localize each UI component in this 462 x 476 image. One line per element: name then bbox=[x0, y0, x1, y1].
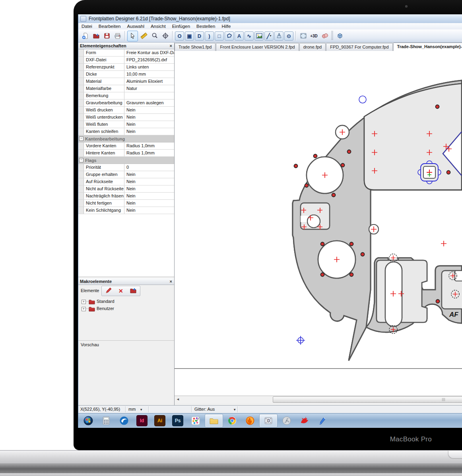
drawing-canvas[interactable]: AF bbox=[175, 51, 462, 396]
view3d-tool-icon[interactable]: +3D bbox=[309, 31, 319, 41]
taskbar-illustrator-icon[interactable]: Ai bbox=[151, 414, 169, 427]
property-value[interactable]: Nein bbox=[124, 193, 174, 199]
taskbar-dragon-icon[interactable] bbox=[296, 414, 313, 427]
tab-FPD_90367 For Computer.fpd[interactable]: FPD_90367 For Computer.fpd bbox=[326, 43, 392, 51]
property-row: DXF-DateiFPD_2162695(2).dxf bbox=[78, 57, 174, 64]
taskbar-color-palette-icon[interactable] bbox=[187, 414, 204, 427]
property-value[interactable]: Aluminium Eloxiert bbox=[124, 78, 174, 85]
property-label: Nicht auf Rückseite bbox=[84, 185, 124, 192]
tab-Front Enclosure Laser VERSION 2.fpd[interactable]: Front Enclosure Laser VERSION 2.fpd bbox=[216, 43, 299, 51]
macbook-deck-front bbox=[0, 463, 462, 473]
taskbar-frontplatten-designer-icon[interactable]: D bbox=[259, 414, 278, 427]
collapse-icon[interactable]: − bbox=[79, 158, 83, 162]
scrollbar-thumb[interactable] bbox=[273, 396, 462, 403]
tab-Trade Show1.fpd[interactable]: Trade Show1.fpd bbox=[175, 43, 215, 51]
edit-pencil-icon[interactable] bbox=[105, 287, 112, 295]
property-value[interactable]: Nein bbox=[124, 185, 174, 192]
collapse-icon[interactable]: − bbox=[79, 137, 83, 141]
rect-tool-icon[interactable]: ▣ bbox=[185, 31, 194, 41]
taskbar-pen-icon[interactable] bbox=[314, 414, 331, 427]
property-value[interactable]: Nein bbox=[124, 178, 174, 185]
save-file-icon[interactable] bbox=[102, 31, 112, 41]
add-folder-icon[interactable] bbox=[130, 287, 137, 295]
property-value[interactable]: Nein bbox=[124, 171, 174, 178]
property-value[interactable]: Gravuren auslegen bbox=[124, 99, 174, 106]
property-value[interactable]: Nein bbox=[124, 200, 174, 207]
scroll-left-icon[interactable]: ◄ bbox=[175, 396, 181, 402]
horizontal-scrollbar[interactable]: ◄ bbox=[175, 396, 462, 403]
taskbar-start-icon[interactable] bbox=[80, 414, 97, 427]
menu-item-bearbeiten[interactable]: Bearbeiten bbox=[95, 23, 124, 29]
arc-tool-icon[interactable]: ) bbox=[205, 31, 214, 41]
expand-icon[interactable]: + bbox=[82, 307, 86, 311]
taskbar-calculator-icon[interactable] bbox=[97, 414, 115, 427]
ruler-tool-icon[interactable] bbox=[139, 31, 149, 41]
new-file-icon[interactable] bbox=[80, 31, 90, 41]
polygon-tool-icon[interactable] bbox=[225, 31, 234, 41]
menu-item-einfügen[interactable]: Einfügen bbox=[169, 23, 193, 29]
expand-icon[interactable]: + bbox=[82, 300, 86, 304]
open-file-icon[interactable] bbox=[91, 31, 101, 41]
taskbar-photoshop-icon[interactable]: Ps bbox=[169, 414, 186, 427]
properties-panel-header: Elementeigenschaften × bbox=[78, 43, 174, 49]
cube3d-tool-icon[interactable] bbox=[335, 31, 345, 41]
property-section-Flags[interactable]: −Flags bbox=[78, 157, 174, 164]
property-section-Kantenbearbeitung[interactable]: −Kantenbearbeitung bbox=[78, 135, 174, 142]
text-tool-icon[interactable]: A bbox=[235, 31, 244, 41]
menu-item-ansicht[interactable]: Ansicht bbox=[148, 23, 169, 29]
close-icon[interactable]: × bbox=[170, 43, 172, 49]
property-value[interactable]: FPD_2162695(2).dxf bbox=[124, 57, 174, 63]
property-value[interactable]: Nein bbox=[124, 128, 174, 135]
menu-bar: DateiBearbeitenAuswahlAnsichtEinfügenBes… bbox=[78, 23, 462, 29]
property-value[interactable]: Freie Kontur aus DXF-Dat bbox=[124, 49, 174, 56]
property-value[interactable]: Natur bbox=[124, 85, 174, 92]
dshape-tool-icon[interactable]: D bbox=[195, 31, 204, 41]
tree-item-standard[interactable]: +Standard bbox=[78, 298, 174, 305]
taskbar-thunderbird-icon[interactable] bbox=[115, 414, 133, 427]
line-tool-icon[interactable]: ╱▾ bbox=[264, 31, 274, 41]
property-value[interactable]: 0 bbox=[124, 164, 174, 171]
property-value[interactable]: Links unten bbox=[124, 64, 174, 70]
price-tool-icon[interactable] bbox=[320, 31, 330, 41]
print-icon[interactable] bbox=[113, 31, 122, 41]
row-gutter bbox=[78, 150, 84, 156]
tab-drone.fpd[interactable]: drone.fpd bbox=[299, 43, 326, 51]
menu-item-hilfe[interactable]: Hilfe bbox=[218, 23, 234, 29]
window-titlebar[interactable]: Frontplatten Designer 6.21d [Trade-Show_… bbox=[78, 14, 462, 23]
delete-x-icon[interactable]: ✕ bbox=[118, 288, 123, 294]
select-tool-icon[interactable] bbox=[127, 31, 138, 41]
property-value[interactable]: Nein bbox=[124, 114, 174, 121]
spline-tool-icon[interactable]: ∿ bbox=[245, 31, 254, 41]
tree-item-benutzer[interactable]: +Benutzer bbox=[78, 305, 174, 312]
image-tool-icon[interactable] bbox=[254, 31, 264, 41]
menu-item-auswahl[interactable]: Auswahl bbox=[124, 23, 147, 29]
menu-item-datei[interactable]: Datei bbox=[78, 23, 95, 29]
property-value[interactable]: Nein bbox=[124, 207, 174, 214]
property-value[interactable]: Nein bbox=[124, 107, 174, 113]
ellipse-tool-icon[interactable]: O bbox=[175, 31, 184, 41]
center-tool-icon[interactable] bbox=[160, 31, 170, 41]
grid-dropdown[interactable]: Gitter: Aus▼ bbox=[194, 407, 236, 412]
row-gutter bbox=[78, 49, 84, 56]
tab-Trade-Show_Hanson(example)-1.fpd[interactable]: Trade-Show_Hanson(example)-1.fpd× bbox=[393, 43, 462, 51]
property-value[interactable]: Nein bbox=[124, 121, 174, 128]
property-value[interactable] bbox=[124, 92, 174, 99]
units-dropdown[interactable]: mm▼ bbox=[128, 407, 143, 412]
property-label: Weiß fluten bbox=[84, 121, 124, 128]
taskbar-folder-icon[interactable] bbox=[205, 414, 223, 427]
zoom-tool-icon[interactable] bbox=[149, 31, 159, 41]
taskbar-indesign-icon[interactable]: Id bbox=[133, 414, 151, 427]
close-icon[interactable]: × bbox=[170, 278, 172, 285]
property-value[interactable]: Radius 1,0mm bbox=[124, 142, 174, 149]
taskbar-chrome-icon[interactable] bbox=[223, 414, 241, 427]
standoff-tool-icon[interactable] bbox=[274, 31, 283, 41]
property-value[interactable]: 10,00 mm bbox=[124, 71, 174, 78]
hole-tool-icon[interactable]: ⊙ bbox=[284, 31, 293, 41]
taskbar-fan-icon[interactable] bbox=[278, 414, 295, 427]
property-value[interactable]: Radius 1,0mm bbox=[124, 150, 174, 156]
menu-item-bestellen[interactable]: Bestellen bbox=[193, 23, 218, 29]
row-gutter bbox=[78, 92, 84, 99]
panel-tool-icon[interactable] bbox=[298, 31, 308, 41]
taskbar-firefox-icon[interactable] bbox=[241, 414, 259, 427]
square-tool-icon[interactable]: □ bbox=[215, 31, 224, 41]
